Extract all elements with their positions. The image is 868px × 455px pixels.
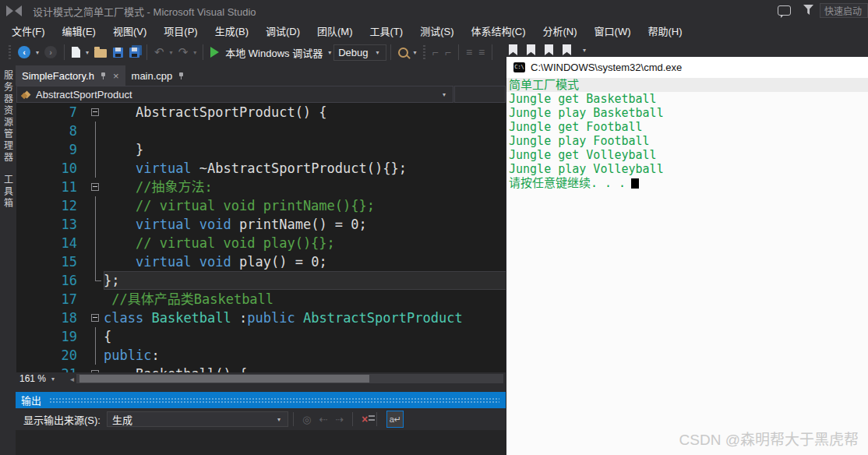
fold-toggle-icon[interactable]: [88, 309, 104, 327]
panel-drag-texture: [49, 397, 499, 404]
horizontal-scrollbar-thumb[interactable]: [79, 375, 369, 383]
menu-item[interactable]: 分析(N): [535, 22, 586, 40]
side-strip-tab[interactable]: 工具箱: [2, 175, 15, 210]
clear-all-output-icon[interactable]: ×: [362, 413, 368, 425]
pin-icon[interactable]: [100, 72, 108, 80]
code-segment: [143, 310, 151, 326]
line-number: 9: [16, 140, 88, 159]
save-button[interactable]: [113, 48, 123, 58]
code-segment: Basketball() {: [104, 366, 247, 372]
watermark: CSDN @森明帮大于黑虎帮: [679, 428, 859, 449]
scroll-left-arrow-icon[interactable]: ◂: [70, 375, 74, 383]
fold-guide: [88, 122, 104, 140]
solution-configuration-select[interactable]: Debug ▾: [333, 44, 386, 61]
code-segment: virtual: [136, 217, 192, 232]
fold-guide: [88, 346, 104, 365]
toggle-bookmark-icon[interactable]: [509, 44, 517, 55]
console-prompt-line: 请按任意键继续. . .: [506, 176, 868, 190]
find-dropdown-icon[interactable]: ▾: [414, 49, 417, 56]
fold-guide: [88, 215, 104, 234]
toolbar-separator: [146, 44, 147, 60]
code-segment: AbstractSportProduct: [303, 310, 463, 326]
navigate-back-dropdown-icon[interactable]: ▾: [36, 49, 39, 56]
toolbar-separator: [492, 44, 492, 60]
pin-icon[interactable]: [178, 72, 185, 80]
menu-item[interactable]: 调试(D): [257, 22, 309, 40]
start-debug-play-icon[interactable]: [210, 47, 219, 58]
save-all-button[interactable]: [129, 48, 139, 58]
fold-guide: [88, 290, 104, 309]
menu-item[interactable]: 编辑(E): [54, 22, 104, 40]
menu-item[interactable]: 文件(F): [3, 22, 54, 40]
line-number: 21: [16, 365, 88, 372]
editor-tab[interactable]: main.cpp: [125, 65, 192, 86]
line-number: 12: [16, 196, 88, 215]
side-tool-strip: 服务器资源管理器工具箱: [0, 65, 16, 455]
console-line: Jungle play Volleyball: [506, 162, 868, 176]
console-title-bar[interactable]: C:\ C:\WINDOWS\system32\cmd.exe: [506, 57, 868, 78]
bookmark-dropdown-icon[interactable]: ▾: [583, 47, 586, 54]
new-file-button[interactable]: [72, 47, 80, 58]
output-content-area[interactable]: [16, 430, 506, 455]
menu-bar: 文件(F)编辑(E)视图(V)项目(P)生成(B)调试(D)团队(M)工具(T)…: [0, 22, 868, 39]
word-wrap-toggle-icon[interactable]: a↵: [386, 411, 404, 428]
visual-studio-logo-icon: [6, 5, 22, 16]
next-message-icon: ⇢: [335, 414, 344, 425]
find-in-files-button[interactable]: [398, 48, 408, 58]
quick-launch-input[interactable]: 快速启动: [820, 3, 868, 18]
member-navigation-dropdown[interactable]: [454, 86, 506, 103]
code-segment: play() = 0;: [231, 254, 327, 270]
console-line: Jungle play Basketball: [506, 106, 868, 120]
notifications-funnel-icon[interactable]: [803, 5, 813, 15]
code-segment: void: [199, 254, 231, 270]
menu-item[interactable]: 生成(B): [206, 22, 257, 40]
menu-item[interactable]: 视图(V): [104, 22, 155, 40]
type-navigation-dropdown[interactable]: AbstractSportProduct ▾: [16, 86, 453, 103]
code-segment: public: [247, 310, 295, 326]
side-strip-tab[interactable]: 服务器资源管理器: [2, 70, 15, 164]
editor-tab[interactable]: SimpleFactory.h×: [16, 65, 125, 86]
navigate-back-button[interactable]: ‹: [18, 46, 30, 58]
menu-item[interactable]: 窗口(W): [586, 22, 640, 40]
code-segment: };: [104, 273, 119, 288]
cmd-icon: C:\: [513, 62, 525, 72]
code-segment: // virtual void printName(){};: [136, 198, 375, 213]
menu-item[interactable]: 测试(S): [411, 22, 462, 40]
code-segment: virtual: [136, 254, 192, 270]
toolbar-separator: [64, 44, 65, 60]
code-segment: public: [104, 347, 151, 363]
toolbar-separator: [458, 44, 459, 60]
debug-target-dropdown-icon[interactable]: ▾: [328, 49, 331, 56]
fold-toggle-icon[interactable]: [88, 103, 104, 122]
debug-target-button[interactable]: 本地 Windows 调试器: [225, 45, 323, 60]
increase-indent-button: ≡: [478, 46, 485, 58]
feedback-icon[interactable]: [778, 5, 791, 16]
output-panel-header[interactable]: 输出: [16, 392, 506, 408]
console-title: C:\WINDOWS\system32\cmd.exe: [531, 62, 682, 73]
console-line: Jungle get Volleyball: [506, 148, 868, 162]
menu-item[interactable]: 帮助(H): [640, 22, 691, 40]
fold-toggle-icon[interactable]: [88, 365, 104, 372]
line-number: 14: [16, 234, 88, 252]
toolbar-grip[interactable]: [9, 45, 11, 59]
console-line: Jungle get Football: [506, 120, 868, 134]
fold-toggle-icon[interactable]: [88, 178, 104, 196]
menu-item[interactable]: 项目(P): [155, 22, 206, 40]
output-source-select[interactable]: 生成 ▾: [107, 411, 288, 427]
menu-item[interactable]: 工具(T): [362, 22, 412, 40]
horizontal-scrollbar[interactable]: [76, 374, 503, 383]
zoom-level-select[interactable]: 161 % ▾: [16, 372, 68, 385]
title-bar[interactable]: 设计模式之简单工厂模式 - Microsoft Visual Studio 快速…: [0, 0, 868, 22]
new-file-dropdown-icon[interactable]: ▾: [86, 49, 89, 56]
open-file-button[interactable]: [94, 47, 107, 58]
next-bookmark-icon[interactable]: ›: [545, 44, 553, 55]
clear-bookmarks-icon[interactable]: ×: [563, 44, 571, 55]
code-segment: //具体产品类Basketball: [111, 291, 273, 307]
menu-item[interactable]: 体系结构(C): [462, 22, 534, 40]
menu-item[interactable]: 团队(M): [309, 22, 362, 40]
type-name: AbstractSportProduct: [36, 89, 132, 101]
configuration-dropdown-icon: ▾: [376, 49, 379, 56]
toolbar-grip[interactable]: [423, 45, 425, 59]
previous-bookmark-icon[interactable]: ‹: [527, 44, 535, 55]
close-icon[interactable]: ×: [113, 71, 119, 81]
